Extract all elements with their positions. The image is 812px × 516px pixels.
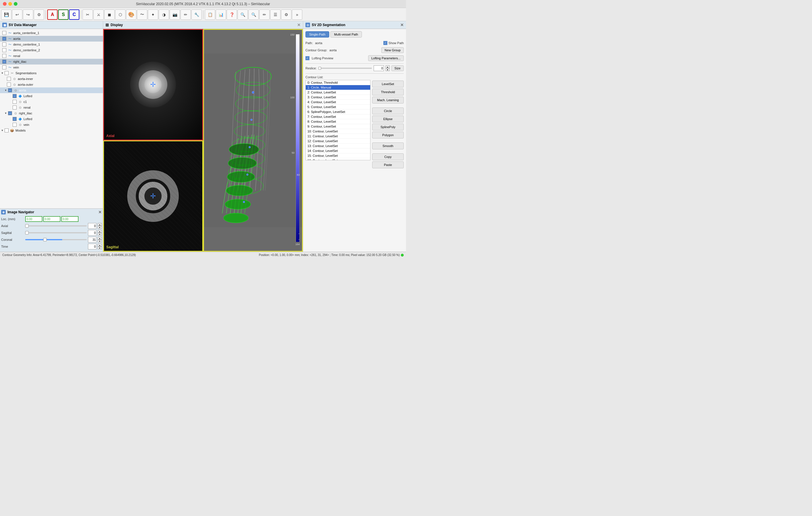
threshold-button[interactable]: Threshold xyxy=(372,88,404,96)
tool-wrench[interactable]: 🔧 xyxy=(192,9,202,20)
contour-item-14[interactable]: 14: Contour, LevelSet xyxy=(306,148,370,153)
tool-half-circle[interactable]: ◑ xyxy=(159,9,169,20)
annotation-c-button[interactable]: C xyxy=(69,9,79,20)
viewport-sagittal[interactable]: ✛ Sagittal xyxy=(103,140,203,252)
tab-single-path[interactable]: Single-Path xyxy=(306,31,329,37)
window-controls[interactable] xyxy=(3,2,18,6)
save-button[interactable]: 💾 xyxy=(1,9,11,20)
reslice-spinner[interactable]: ▲ ▼ xyxy=(386,65,390,71)
axial-spinner[interactable]: ▲ ▼ xyxy=(98,223,102,229)
tool-camera[interactable]: 📷 xyxy=(170,9,180,20)
image-nav-close[interactable]: ✕ xyxy=(98,210,102,214)
contour-item-16[interactable]: 16: Contour, LevelSet xyxy=(306,158,370,160)
tree-item-vein-seg[interactable]: ⊙ vein xyxy=(0,122,103,128)
tool-gear[interactable]: ⚙ xyxy=(281,9,291,20)
contour-item-11[interactable]: 11: Contour, LevelSet xyxy=(306,134,370,139)
splinepoly-button[interactable]: SplinePoly xyxy=(372,124,404,130)
contour-item-13[interactable]: 13: Contour, LevelSet xyxy=(306,144,370,148)
coronal-up[interactable]: ▲ xyxy=(98,237,102,240)
reslice-up[interactable]: ▲ xyxy=(386,65,390,68)
contour-item-0[interactable]: 0: Contour, Threshold xyxy=(306,80,370,85)
sagittal-number[interactable] xyxy=(88,230,96,236)
checkbox-segmentations[interactable] xyxy=(5,71,8,75)
contour-item-7[interactable]: 7: Contour, LevelSet xyxy=(306,114,370,119)
contour-item-1[interactable]: 1: Circle, Manual xyxy=(306,85,370,90)
paste-button[interactable]: Paste xyxy=(372,161,404,168)
tree-item-aorta-centerline[interactable]: 〜 aorta_centerline_1 xyxy=(0,30,103,36)
tree-item-aorta-inner[interactable]: ⊙ aorta-inner xyxy=(0,76,103,82)
axial-up[interactable]: ▲ xyxy=(98,223,102,226)
viewport-3d[interactable]: 150 100 50 − − 164 83 xyxy=(203,29,303,252)
sagittal-up[interactable]: ▲ xyxy=(98,230,102,233)
undo-button[interactable]: ↩ xyxy=(12,9,22,20)
checkbox-renal-path[interactable] xyxy=(2,54,6,58)
tool-more[interactable]: » xyxy=(292,9,302,20)
polygon-button[interactable]: Polygon xyxy=(372,132,404,138)
sagittal-spinner[interactable]: ▲ ▼ xyxy=(98,230,102,236)
tool-color[interactable]: 🎨 xyxy=(126,9,136,20)
tool-clipboard[interactable]: 📋 xyxy=(205,9,215,20)
copy-button[interactable]: Copy xyxy=(372,153,404,160)
tree-item-segmentations[interactable]: ▼ ✂ Segmentations xyxy=(0,70,103,76)
contour-item-8[interactable]: 8: Contour, LevelSet xyxy=(306,119,370,124)
tool-star[interactable]: ✦ xyxy=(148,9,158,20)
coronal-slider[interactable] xyxy=(25,239,87,240)
checkbox-aorta-centerline[interactable] xyxy=(2,31,6,35)
smooth-button[interactable]: Smooth xyxy=(372,142,404,150)
checkbox-models[interactable] xyxy=(5,129,8,132)
maximize-button[interactable] xyxy=(14,2,18,6)
data-tree[interactable]: 〜 aorta_centerline_1 − 〜 aorta 〜 demo_ce… xyxy=(0,29,103,209)
checkbox-right-iliac-seg[interactable]: − xyxy=(8,111,12,115)
checkbox-aorta-seg[interactable]: − xyxy=(8,88,12,92)
axial-slider[interactable] xyxy=(25,225,87,226)
size-button[interactable]: Size xyxy=(392,65,404,71)
tree-item-demo-cl2[interactable]: 〜 demo_centerline_2 xyxy=(0,47,103,53)
checkbox-vein-seg[interactable] xyxy=(12,123,17,127)
expand-models[interactable]: ▼ xyxy=(1,129,4,132)
contour-item-6[interactable]: 6: SplinePolygon, LevelSet xyxy=(306,109,370,114)
settings-button[interactable]: ⚙ xyxy=(34,9,44,20)
contour-item-2[interactable]: 2: Contour, LevelSet xyxy=(306,90,370,95)
checkbox-vein-path[interactable] xyxy=(2,65,6,70)
checkbox-c1[interactable] xyxy=(12,100,17,104)
tree-item-aorta-seg[interactable]: ▼ − ⊙ aorta xyxy=(0,87,103,93)
sagittal-slider[interactable] xyxy=(25,232,87,233)
seg-close[interactable]: ✕ xyxy=(400,23,404,27)
tool-sword[interactable]: ⚔ xyxy=(93,9,104,20)
reslice-slider[interactable] xyxy=(318,67,372,69)
mach-learning-button[interactable]: Mach. Learning xyxy=(372,97,404,104)
expand-segmentations[interactable]: ▼ xyxy=(1,72,4,75)
contour-item-10[interactable]: 10: Contour, LevelSet xyxy=(306,129,370,134)
tree-item-right-iliac-seg[interactable]: ▼ − ⊙ right_iliac xyxy=(0,110,103,116)
checkbox-aorta-inner[interactable] xyxy=(7,77,11,81)
tree-item-lofted-right-iliac[interactable]: − 🔷 Lofted xyxy=(0,116,103,122)
tool-wave[interactable]: 〜 xyxy=(137,9,147,20)
tree-item-right-iliac[interactable]: − 〜 right_iliac xyxy=(0,59,103,64)
reslice-number[interactable] xyxy=(374,65,384,71)
time-number[interactable] xyxy=(88,244,96,249)
checkbox-aorta[interactable]: − xyxy=(2,37,6,41)
checkbox-demo-cl2[interactable] xyxy=(2,48,6,52)
expand-aorta-seg[interactable]: ▼ xyxy=(4,88,7,92)
sagittal-down[interactable]: ▼ xyxy=(98,233,102,236)
tool-block[interactable]: ◼ xyxy=(104,9,115,20)
tree-item-aorta-outer[interactable]: ⊙ aorta-outer xyxy=(0,82,103,87)
contour-item-4[interactable]: 4: Contour, LevelSet xyxy=(306,100,370,105)
close-button[interactable] xyxy=(3,2,7,6)
expand-right-iliac-seg[interactable]: ▼ xyxy=(4,111,7,115)
loc-x-input[interactable] xyxy=(25,216,42,222)
tree-item-renal-seg[interactable]: ⊙ renal xyxy=(0,105,103,110)
checkbox-aorta-outer[interactable] xyxy=(7,83,11,87)
checkbox-lofted-aorta[interactable]: − xyxy=(12,94,17,98)
circle-button[interactable]: Circle xyxy=(372,108,404,114)
minimize-button[interactable] xyxy=(8,2,12,6)
coronal-number[interactable] xyxy=(88,237,96,243)
tool-chart[interactable]: 📊 xyxy=(216,9,226,20)
contour-item-12[interactable]: 12: Contour, LevelSet xyxy=(306,139,370,144)
viewport-axial[interactable]: ✛ Axial xyxy=(103,29,203,140)
ellipse-button[interactable]: Ellipse xyxy=(372,115,404,123)
tree-item-lofted-aorta[interactable]: − 🔷 Lofted xyxy=(0,93,103,99)
reslice-down[interactable]: ▼ xyxy=(386,68,390,71)
coronal-spinner[interactable]: ▲ ▼ xyxy=(98,237,102,243)
contour-item-5[interactable]: 5: Contour, LevelSet xyxy=(306,105,370,109)
